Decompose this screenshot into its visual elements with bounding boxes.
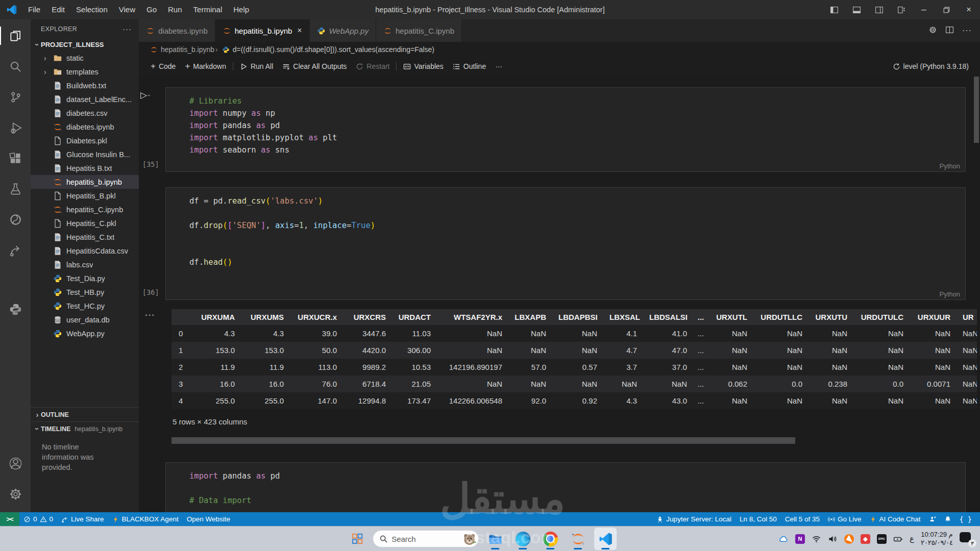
file-tree-item-hepatitis-c-ipynb[interactable]: hepatitis_C.ipynb <box>31 203 139 216</box>
menu-edit[interactable]: Edit <box>46 0 70 19</box>
code-line[interactable]: import numpy as np <box>189 107 965 119</box>
file-tree-item-hepatitis-b-pkl[interactable]: Hepatitis_B.pkl <box>31 189 139 203</box>
tab-hepatitis-c-ipynb[interactable]: hepatitis_C.ipynb <box>376 19 462 42</box>
run-and-debug-icon[interactable] <box>0 115 31 140</box>
search-icon[interactable] <box>0 54 31 79</box>
file-explorer-taskbar-icon[interactable] <box>484 528 506 550</box>
start-button[interactable] <box>347 529 368 549</box>
menu-selection[interactable]: Selection <box>70 0 113 19</box>
file-tree-item-user-data-db[interactable]: user_data.db <box>31 313 139 327</box>
run-cell-button[interactable]: ▷› <box>140 90 150 101</box>
code-line[interactable]: df.drop(['SEQN'], axis=1, inplace=True) <box>189 219 965 232</box>
taskbar-search-input[interactable]: Search <box>373 530 479 547</box>
file-tree-item-hepatitis-b-ipynb[interactable]: hepatitis_b.ipynb <box>31 175 139 189</box>
code-line[interactable] <box>189 482 965 494</box>
code-line[interactable] <box>189 244 965 256</box>
file-tree-item-diabetes-pkl[interactable]: Diabetes.pkl <box>31 134 139 147</box>
chrome-taskbar-icon[interactable] <box>539 528 561 550</box>
tab-close-icon[interactable]: × <box>297 26 302 35</box>
file-tree-item-hepatitis-b-txt[interactable]: Hepatitis B.txt <box>31 161 139 175</box>
add-markdown-cell-button[interactable]: +Markdown <box>180 57 231 76</box>
layout-customize-icon[interactable] <box>890 0 913 19</box>
file-tree-item-hepatitis-c-txt[interactable]: Hepatitis_C.txt <box>31 230 139 244</box>
tab-webapp-py[interactable]: WebApp.py <box>310 19 376 42</box>
settings-gear-icon[interactable] <box>0 482 31 506</box>
code-line[interactable]: import seaborn as sns <box>189 144 965 156</box>
kernel-picker[interactable]: level (Python 3.9.18) <box>893 62 980 70</box>
go-live-status[interactable]: Go Live <box>824 512 866 526</box>
browser-preview-icon[interactable] <box>0 207 31 232</box>
project-root-row[interactable]: › PROJECT_ILLNESS <box>31 38 139 51</box>
file-tree-item-diabetes-csv[interactable]: diabetes.csv <box>31 106 139 120</box>
output-horizontal-scrollbar[interactable] <box>172 437 966 444</box>
restart-button[interactable]: Restart <box>351 57 394 76</box>
code-line[interactable]: # Libraries <box>189 95 965 107</box>
layout-panel-icon[interactable] <box>845 0 868 19</box>
timeline-section-header[interactable]: › TIMELINE hepatitis_b.ipynb <box>31 421 139 436</box>
edge-taskbar-icon[interactable] <box>511 528 534 550</box>
onenote-icon[interactable]: N <box>795 534 805 544</box>
file-tree-item-test-hc-py[interactable]: Test_HC.py <box>31 299 139 313</box>
menu-go[interactable]: Go <box>141 0 162 19</box>
file-tree-item-templates[interactable]: ›templates <box>31 65 139 79</box>
code-line[interactable] <box>189 207 965 219</box>
ai-code-chat-status[interactable]: AI Code Chat <box>866 512 925 526</box>
blackbox-agent-status[interactable]: BLACKBOX Agent <box>108 512 183 526</box>
split-editor-icon[interactable] <box>945 26 954 36</box>
file-tree-item-dataset-labelenc-[interactable]: dataset_LabelEnc... <box>31 92 139 106</box>
source-control-icon[interactable] <box>0 85 31 109</box>
code-line[interactable]: import matplotlib.pyplot as plt <box>189 132 965 144</box>
code-line[interactable]: # Data import <box>189 494 965 507</box>
red-diamond-app-icon[interactable]: ◆ <box>861 534 870 544</box>
problems-indicator[interactable]: 0 0 <box>19 512 57 526</box>
accounts-icon[interactable] <box>0 451 31 475</box>
open-website-status[interactable]: Open Website <box>183 512 234 526</box>
breadcrumb-file[interactable]: hepatitis_b.ipynb <box>161 45 214 54</box>
editor-vertical-scrollbar[interactable] <box>973 76 980 512</box>
run-all-button[interactable]: Run All <box>235 57 278 76</box>
extensions-icon[interactable] <box>0 146 31 170</box>
layout-sidebar-icon[interactable] <box>823 0 845 19</box>
outline-button[interactable]: Outline <box>448 57 491 76</box>
language-indicator[interactable]: ع <box>910 534 914 543</box>
breadcrumb-cell-code[interactable]: d=((df.isnull().sum()/df.shape[0])).sort… <box>233 45 434 54</box>
restore-button[interactable] <box>935 0 958 19</box>
file-tree-item-webapp-py[interactable]: WebApp.py <box>31 327 139 340</box>
code-line[interactable]: import pandas as pd <box>189 119 965 132</box>
volume-icon[interactable] <box>828 534 838 544</box>
code-line[interactable]: import pandas as pd <box>189 470 965 482</box>
file-tree-item-test-hb-py[interactable]: Test_HB.py <box>31 285 139 299</box>
output-more-actions-icon[interactable]: ··· <box>145 310 155 320</box>
taskbar-clock[interactable]: 10:07:29 م ٢٠٢٥/٠٩/٠٤ <box>921 531 953 547</box>
variables-button[interactable]: Variables <box>399 57 448 76</box>
tab-hepatitis-b-ipynb[interactable]: hepatitis_b.ipynb × <box>215 19 310 42</box>
file-tree-item-static[interactable]: ›static <box>31 51 139 65</box>
code-cell-1[interactable]: ▷› # Librariesimport numpy as npimport p… <box>165 87 966 172</box>
file-tree-item-test-dia-py[interactable]: Test_Dia.py <box>31 271 139 285</box>
vscode-taskbar-icon[interactable] <box>594 528 617 550</box>
braces-icon[interactable]: { } <box>955 512 976 526</box>
menu-run[interactable]: Run <box>162 0 188 19</box>
add-code-cell-button[interactable]: +Code <box>146 57 180 76</box>
feedback-icon[interactable] <box>925 512 940 526</box>
file-tree-item-hepatitis-c-pkl[interactable]: Hepatitis_C.pkl <box>31 216 139 230</box>
breadcrumb[interactable]: hepatitis_b.ipynb › d=((df.isnull().sum(… <box>139 42 980 57</box>
menu-terminal[interactable]: Terminal <box>188 0 228 19</box>
remote-indicator[interactable]: >< <box>0 512 19 526</box>
toolbar-more-icon[interactable]: ··· <box>491 57 507 76</box>
minimize-button[interactable]: – <box>913 0 935 19</box>
close-button[interactable]: × <box>958 0 980 19</box>
notification-center-icon[interactable]: ٣ <box>960 532 973 545</box>
file-tree-item-diabetes-ipynb[interactable]: diabetes.ipynb <box>31 120 139 134</box>
notebook-settings-gear-icon[interactable] <box>928 26 937 36</box>
notifications-bell-icon[interactable] <box>940 512 955 526</box>
testing-flask-icon[interactable] <box>0 177 31 201</box>
menu-file[interactable]: File <box>22 0 46 19</box>
live-share-icon[interactable] <box>0 238 31 262</box>
explorer-more-icon[interactable]: ··· <box>122 24 132 33</box>
python-environment-icon[interactable] <box>0 297 31 321</box>
battery-charging-icon[interactable] <box>893 534 903 544</box>
layout-secondary-sidebar-icon[interactable] <box>868 0 890 19</box>
jupyter-taskbar-icon[interactable] <box>567 528 589 550</box>
wifi-icon[interactable] <box>812 534 821 544</box>
